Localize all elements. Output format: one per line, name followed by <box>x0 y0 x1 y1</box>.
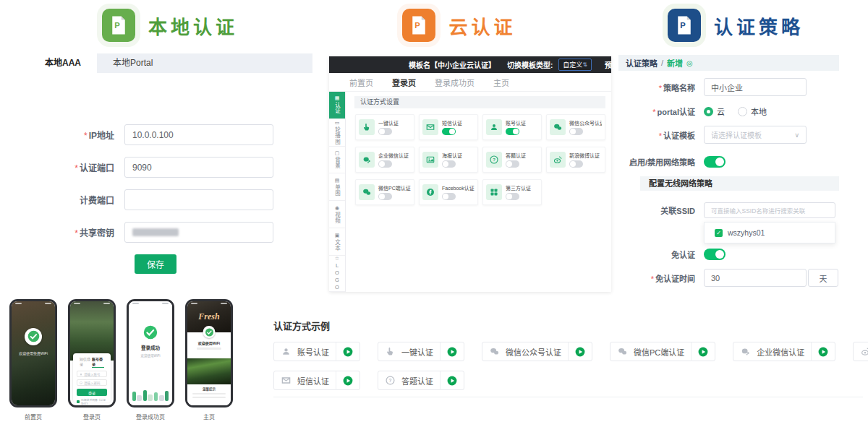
switch-template-type-label: 切换模板类型: <box>507 59 553 70</box>
example-account-auth-button[interactable]: 账号认证 <box>273 342 360 361</box>
account-input[interactable]: 请输入账号 <box>77 371 107 377</box>
sms-login-tab[interactable]: 短信登录 <box>80 356 92 368</box>
method-toggle[interactable] <box>378 160 392 168</box>
hand-click-icon <box>359 119 375 135</box>
form-row: *认证端口 9090 <box>29 157 312 178</box>
method-toggle[interactable] <box>442 193 456 200</box>
shared-key-input[interactable] <box>124 222 273 243</box>
play-icon[interactable] <box>575 347 585 357</box>
tab-login-page[interactable]: 登录页 <box>392 77 416 88</box>
auth-policy-panel: 认证策略 / 新增 ◎ *策略名称 中小企业 *portal认证 云 本地 *认… <box>618 55 839 293</box>
method-toggle[interactable] <box>506 160 519 168</box>
enable-policy-toggle[interactable] <box>704 156 726 168</box>
play-icon[interactable] <box>447 347 457 357</box>
breadcrumb-root[interactable]: 认证策略 <box>626 57 658 69</box>
play-icon[interactable] <box>818 347 828 357</box>
shared-key-label: 共享密钥 <box>80 228 114 238</box>
local-auth-header: 本地认证 <box>29 9 311 42</box>
method-toggle[interactable] <box>506 128 519 135</box>
password-input[interactable]: 请输入密码 <box>77 379 107 386</box>
phone-caption: 前置页 <box>9 413 57 420</box>
mail-icon <box>281 376 291 385</box>
preview-button[interactable]: 预览 <box>605 59 619 70</box>
sidebar-item-logo[interactable]: ☆LOGO <box>329 256 345 292</box>
phone-mockup-pre-page: 欢迎使用免费WiFi <box>9 299 57 407</box>
tab-login-success-page[interactable]: 登录成功页 <box>435 77 475 88</box>
sidebar-item-single-image[interactable]: ▤单图 <box>329 173 345 201</box>
account-login-tab[interactable]: 账号登录 <box>92 356 104 368</box>
play-icon[interactable] <box>343 376 353 386</box>
form-row: *共享密钥 <box>29 222 312 243</box>
method-toggle[interactable] <box>442 160 456 168</box>
time-unit-box[interactable]: 天 <box>808 269 838 287</box>
template-type-select[interactable]: 自定义 ⇅ <box>558 59 592 71</box>
method-toggle[interactable] <box>506 193 519 200</box>
sidebar-item-carousel[interactable]: ▭轮播图 <box>329 119 345 147</box>
method-toggle[interactable] <box>442 128 456 135</box>
play-icon[interactable] <box>698 347 708 357</box>
cloud-template-editor: 模板名【中小企业云认证】 切换模板类型: 自定义 ⇅ 预览 前置页 登录页 登录… <box>329 56 611 292</box>
phone-caption: 登录成功页 <box>127 413 174 420</box>
free-auth-toggle[interactable] <box>704 249 726 260</box>
method-toggle[interactable] <box>569 128 583 135</box>
phone-statusbar <box>15 303 51 305</box>
example-quiz-auth-button[interactable]: 答题认证 <box>378 371 464 390</box>
policy-name-input[interactable]: 中小企业 <box>704 78 807 96</box>
login-card: 短信登录 账号登录 请输入账号 请输入密码 登录 已阅读并同意《认证协议》 <box>73 353 111 402</box>
auth-template-select[interactable]: 请选择认证模板 ∨ <box>704 126 807 144</box>
example-wecom-auth-button[interactable]: 企业微信认证 <box>733 342 835 361</box>
free-auth-time-row: *免认证时间 30 <box>618 269 839 287</box>
example-one-key-auth-button[interactable]: 一键认证 <box>378 342 464 361</box>
updown-caret-icon: ⇅ <box>582 61 587 68</box>
auth-template-label: 认证模板 <box>663 131 695 140</box>
radio-local[interactable]: 本地 <box>738 105 767 117</box>
sidebar-item-background[interactable]: ▢背景 <box>329 147 345 174</box>
radio-cloud[interactable]: 云 <box>704 105 725 117</box>
hand-click-icon <box>386 347 395 356</box>
save-button[interactable]: 保存 <box>135 254 176 274</box>
method-toggle[interactable] <box>569 160 583 168</box>
question-icon <box>486 152 502 168</box>
auth-template-row: *认证模板 请选择认证模板 ∨ <box>618 126 839 144</box>
weibo-icon <box>550 152 566 168</box>
cloud-auth-title: 云认证 <box>448 12 516 39</box>
tab-local-aaa[interactable]: 本地AAA <box>29 53 97 73</box>
examples-title: 认证方式示例 <box>273 319 863 332</box>
auth-policy-header: 认证策略 <box>627 9 844 42</box>
success-check-icon <box>143 325 158 340</box>
tab-local-portal[interactable]: 本地Portal <box>97 53 169 73</box>
checkbox-checked-icon[interactable]: ✓ <box>715 229 723 237</box>
phone-mockup-home-page: Fresh 欢迎使用WiFi 温馨提示 <box>185 299 233 407</box>
sidebar-item-video[interactable]: ◉视频 <box>329 201 345 228</box>
agreement-text[interactable]: 已阅读并同意《认证协议》 <box>77 398 107 405</box>
ssid-label: 关联SSID <box>618 204 704 216</box>
ip-address-input[interactable]: 10.0.0.100 <box>124 124 273 145</box>
tips-title: 温馨提示 <box>187 387 231 391</box>
tab-pre-page[interactable]: 前置页 <box>349 77 373 88</box>
example-wechat-official-auth-button[interactable]: 微信公众号认证 <box>482 342 592 361</box>
tab-home-page[interactable]: 主页 <box>493 77 509 88</box>
login-button[interactable]: 登录 <box>77 389 107 396</box>
method-card-wecom: 企业微信认证 <box>355 147 414 173</box>
user-icon <box>281 347 291 356</box>
document-icon-orange <box>402 9 435 42</box>
method-toggle[interactable] <box>378 128 392 135</box>
breadcrumb: 认证策略 / 新增 ◎ <box>618 55 839 71</box>
example-sms-auth-button[interactable]: 短信认证 <box>273 371 360 390</box>
divider <box>273 397 863 397</box>
sidebar-item-text[interactable]: ▣文本 <box>329 228 345 256</box>
ssid-dropdown-option[interactable]: ✓ wszyhys01 <box>704 222 835 243</box>
example-weibo-auth-button[interactable]: 新浪微博认证 <box>853 342 868 361</box>
facebook-icon <box>422 184 438 200</box>
play-icon[interactable] <box>343 347 353 357</box>
ssid-search-input[interactable]: 可直接输入SSID名称进行搜索关联 <box>704 202 835 218</box>
method-toggle[interactable] <box>378 193 392 200</box>
sidebar-item-auth[interactable]: ▦认证 <box>329 92 345 119</box>
auth-port-input[interactable]: 9090 <box>124 157 273 178</box>
user-icon <box>486 119 502 135</box>
local-auth-title: 本地认证 <box>148 12 238 39</box>
free-auth-time-input[interactable]: 30 <box>704 269 807 287</box>
accounting-port-input[interactable] <box>124 189 273 210</box>
example-wechat-pc-auth-button[interactable]: 微信PC端认证 <box>610 342 715 361</box>
play-icon[interactable] <box>447 376 457 386</box>
